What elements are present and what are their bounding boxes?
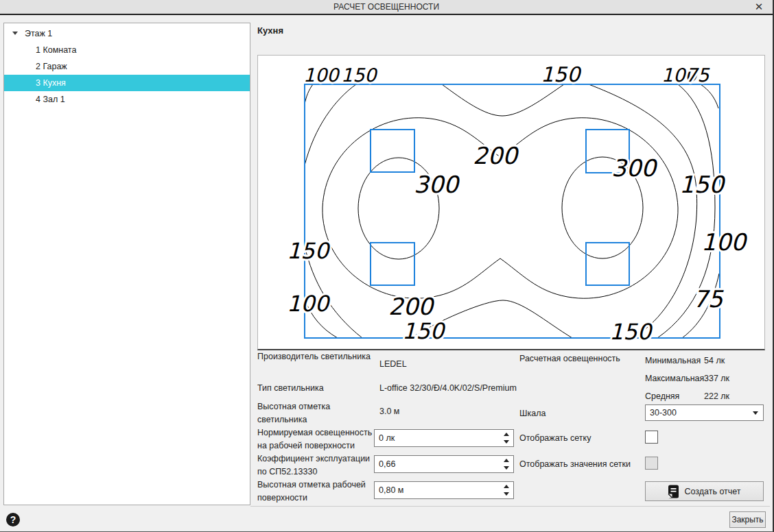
- contour-label: 75: [685, 64, 710, 86]
- contour-label: 150: [341, 64, 378, 86]
- spin-up-button[interactable]: [504, 433, 509, 436]
- manufacturer-label: Производитель светильника: [257, 350, 375, 363]
- contour-line-150: [305, 84, 356, 165]
- tree-item-label: 3 Кухня: [4, 78, 66, 88]
- room-outline: [305, 84, 720, 338]
- tree-item-floor-1[interactable]: Этаж 1: [4, 25, 250, 42]
- contour-label: 100: [303, 64, 340, 86]
- contour-label: 200: [388, 293, 435, 320]
- result-max-name: Максимальная: [645, 374, 704, 383]
- spin-down-button[interactable]: [504, 492, 509, 496]
- scale-select[interactable]: 30-300: [645, 404, 764, 421]
- show-grid-values-checkbox[interactable]: [645, 457, 658, 470]
- contour-label: 150: [402, 318, 446, 344]
- contour-label: 300: [611, 154, 658, 182]
- spin-down-button[interactable]: [504, 466, 509, 470]
- spin-up-button[interactable]: [504, 485, 509, 488]
- tree-item-label: 4 Зал 1: [4, 95, 65, 104]
- work-surface-height-label: Высотная отметка рабочей поверхности: [257, 479, 375, 505]
- footer-separator: [250, 506, 770, 507]
- result-min-name: Минимальная: [645, 356, 701, 365]
- contour-line-75: [701, 84, 718, 108]
- scale-select-value: 30-300: [650, 408, 677, 418]
- contour-label: 300: [414, 171, 460, 198]
- maintenance-factor-spinner[interactable]: 0,66: [374, 455, 514, 473]
- contour-label: 100: [287, 291, 331, 317]
- tree-item-garage[interactable]: 2 Гараж: [4, 58, 250, 75]
- tree-item-label: 1 Комната: [4, 45, 76, 55]
- contour-line-100: [305, 84, 313, 104]
- contour-label: 75: [693, 285, 725, 313]
- contour-label: 150: [541, 62, 582, 86]
- show-grid-values-label: Отображать значения сетки: [519, 458, 650, 471]
- tree-item-label: Этаж 1: [4, 29, 52, 38]
- result-avg-name: Средняя: [645, 391, 679, 401]
- luminaire-type-label: Тип светильника: [257, 382, 375, 395]
- contour-label: 200: [473, 142, 519, 169]
- help-icon[interactable]: ?: [6, 513, 20, 527]
- rooms-tree-panel: Этаж 1 1 Комната 2 Гараж 3 Кухня 4 Зал 1: [3, 23, 250, 505]
- create-report-label: Создать отчет: [684, 487, 740, 496]
- luminaire[interactable]: [586, 243, 629, 285]
- work-surface-height-spinner[interactable]: 0,80 м: [374, 481, 514, 499]
- result-avg-value: 222 лк: [704, 391, 729, 401]
- window-title: РАСЧЕТ ОСВЕЩЕННОСТИ: [333, 2, 439, 12]
- result-max-value: 337 лк: [704, 374, 729, 383]
- isolux-plot-svg: 100 150 150 100 75 200 300 300 150 150 1…: [258, 56, 764, 349]
- page-title: Кухня: [257, 25, 283, 36]
- show-grid-label: Отображать сетку: [519, 432, 650, 445]
- report-document-icon: [668, 485, 679, 498]
- create-report-button[interactable]: Создать отчет: [645, 481, 764, 501]
- contour-label: 150: [679, 171, 726, 198]
- contour-label: 100: [701, 228, 748, 256]
- normed-illuminance-label: Нормируемая освещенность на рабочей пове…: [257, 426, 375, 452]
- contour-label: 150: [609, 319, 653, 345]
- normed-illuminance-value: 0 лк: [379, 433, 395, 443]
- tree-item-hall[interactable]: 4 Зал 1: [4, 91, 250, 108]
- tree-item-kitchen[interactable]: 3 Кухня: [4, 75, 250, 91]
- tree-item-room-1[interactable]: 1 Комната: [4, 42, 250, 58]
- calc-illuminance-label: Расчетная освещенность: [519, 352, 643, 365]
- chevron-down-icon[interactable]: [12, 32, 18, 35]
- manufacturer-value: LEDEL: [379, 359, 407, 369]
- luminaire-type-value: L-office 32/30/Ð/4.0K/02/S/Premium: [379, 383, 517, 393]
- lighting-calc-dialog: { "window": { "title": "РАСЧЕТ ОСВЕЩЕННО…: [0, 0, 774, 532]
- title-bar: РАСЧЕТ ОСВЕЩЕННОСТИ ✕: [0, 0, 773, 15]
- work-surface-height-value: 0,80 м: [379, 485, 403, 495]
- isolux-plot-canvas: 100 150 150 100 75 200 300 300 150 150 1…: [257, 55, 765, 350]
- show-grid-checkbox[interactable]: [645, 431, 658, 444]
- maintenance-factor-value: 0,66: [379, 459, 395, 469]
- close-dialog-label: Закрыть: [731, 515, 763, 524]
- maintenance-factor-label: Коэффициент эксплуатации по СП52.13330: [257, 452, 375, 479]
- contour-line-150: [442, 84, 564, 116]
- mount-height-value: 3.0 м: [379, 407, 399, 416]
- mount-height-label: Высотная отметка светильника: [257, 400, 375, 426]
- close-icon[interactable]: ✕: [751, 0, 767, 14]
- close-dialog-button[interactable]: Закрыть: [729, 511, 766, 528]
- luminaire[interactable]: [371, 243, 414, 285]
- contour-label: 150: [287, 238, 331, 264]
- spin-up-button[interactable]: [504, 459, 509, 462]
- scale-label: Шкала: [519, 407, 637, 420]
- spin-down-button[interactable]: [504, 440, 509, 444]
- normed-illuminance-spinner[interactable]: 0 лк: [374, 429, 514, 447]
- chevron-down-icon[interactable]: [753, 411, 758, 415]
- tree-item-label: 2 Гараж: [4, 62, 67, 71]
- result-min-value: 54 лк: [704, 356, 725, 365]
